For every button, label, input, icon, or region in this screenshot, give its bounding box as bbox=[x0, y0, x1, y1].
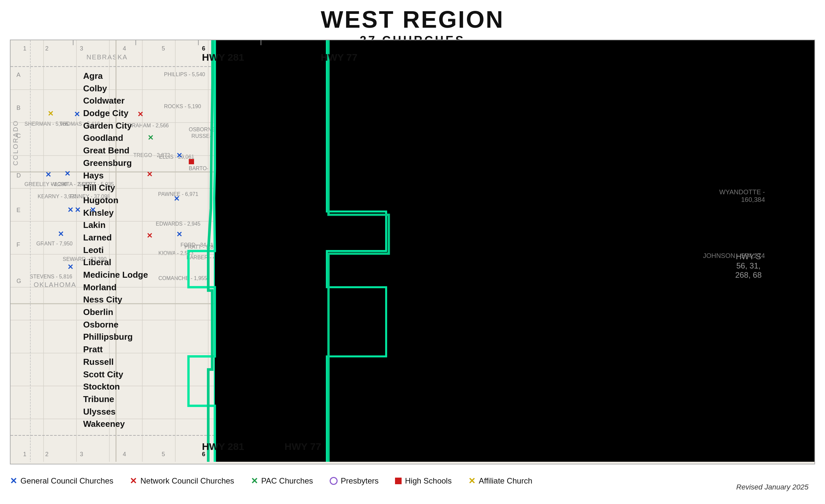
col-label-6: 6 bbox=[202, 45, 205, 52]
marker-green-osborne: ✕ bbox=[148, 134, 154, 140]
city-phillipsburg: Phillipsburg bbox=[83, 331, 148, 343]
county-rooks: ROOKS - 5,190 bbox=[164, 103, 201, 109]
row-label-c-right: C bbox=[804, 133, 809, 140]
hwy281-bot: HWY 281 bbox=[202, 441, 244, 452]
row-label-b-right: B bbox=[805, 104, 809, 111]
marker-blue-scott: ✕ bbox=[45, 171, 52, 177]
row-label-d: D bbox=[16, 172, 21, 179]
col-10: 10 bbox=[380, 45, 387, 52]
legend-pac-icon: ✕ bbox=[251, 476, 258, 486]
legend-gc: ✕ General Council Churches bbox=[10, 476, 113, 486]
legend-pac: ✕ PAC Churches bbox=[251, 476, 313, 486]
col-1-bot: 1 bbox=[23, 451, 26, 458]
marker-blue-great-bend: ✕ bbox=[173, 195, 180, 201]
row-label-d-right: D bbox=[804, 172, 809, 179]
col-11: 11 bbox=[426, 45, 433, 52]
legend-nc: ✕ Network Council Churches bbox=[130, 476, 234, 486]
col-13-bot: 13 bbox=[798, 452, 805, 459]
city-garden-city: Garden City bbox=[83, 120, 148, 132]
row-label-b: B bbox=[16, 104, 20, 111]
city-tribune: Tribune bbox=[83, 393, 148, 406]
legend-gc-icon: ✕ bbox=[10, 476, 17, 486]
row-label-a: A bbox=[16, 72, 20, 79]
city-medicine-lodge: Medicine Lodge bbox=[83, 269, 148, 281]
legend-hs-label: High Schools bbox=[405, 476, 451, 486]
main-title: WEST REGION bbox=[0, 6, 825, 33]
nebraska-label: NEBRASKA bbox=[86, 54, 128, 61]
hwy281-top: HWY 281 bbox=[202, 52, 244, 63]
col-3-bot: 3 bbox=[80, 451, 83, 458]
row-label-c: C bbox=[16, 133, 21, 140]
marker-blue-ulysses: ✕ bbox=[67, 263, 74, 269]
county-greeley: GREELEY - 1,290 bbox=[24, 181, 67, 187]
city-wakeeney: Wakeeney bbox=[83, 418, 148, 430]
city-ulysses: Ulysses bbox=[83, 406, 148, 418]
row-label-g: G bbox=[16, 278, 21, 285]
county-stevens: STEVENS - 5,816 bbox=[30, 274, 72, 280]
col-10-bot: 10 bbox=[380, 452, 387, 459]
city-leoti: Leoti bbox=[83, 244, 148, 257]
legend-nc-icon: ✕ bbox=[130, 476, 137, 486]
city-goodland: Goodland bbox=[83, 132, 148, 145]
marker-red-kinsley: ✕ bbox=[147, 170, 153, 177]
county-barton: BARTO- bbox=[189, 166, 209, 172]
city-colby: Colby bbox=[83, 82, 148, 95]
county-pratt: PRATT - 9,8- bbox=[184, 244, 215, 250]
marker-blue-liberal: ✕ bbox=[58, 230, 64, 237]
legend: ✕ General Council Churches ✕ Network Cou… bbox=[10, 468, 815, 494]
col-label-2: 2 bbox=[45, 45, 49, 52]
col-9: 9 bbox=[335, 45, 339, 52]
row-label-e: E bbox=[16, 207, 20, 214]
city-coldwater: Coldwater bbox=[83, 95, 148, 107]
marker-blue-garden: ✕ bbox=[67, 206, 74, 213]
wyandotte-label: WYANDOTTE -160,384 bbox=[719, 188, 765, 203]
col-7: 7 bbox=[255, 45, 258, 52]
city-hill-city: Hill City bbox=[83, 182, 148, 194]
city-oberlin: Oberlin bbox=[83, 306, 148, 319]
oklahoma-label: OKLAHOMA bbox=[34, 281, 76, 288]
marker-blue-pratt: ✕ bbox=[176, 230, 183, 237]
city-list: Agra Colby Coldwater Dodge City Garden C… bbox=[83, 70, 148, 430]
marker-red-square-hs bbox=[189, 159, 194, 164]
marker-blue-goodland: ✕ bbox=[74, 110, 80, 117]
city-greensburg: Greensburg bbox=[83, 157, 148, 170]
col-2-bot: 2 bbox=[45, 451, 49, 458]
marker-blue-leoti: ✕ bbox=[64, 170, 71, 176]
col-11-bot: 11 bbox=[426, 452, 433, 459]
col-8: 8 bbox=[298, 45, 301, 52]
row-label-e-right: E bbox=[805, 207, 809, 214]
legend-gc-label: General Council Churches bbox=[20, 476, 113, 486]
city-hays: Hays bbox=[83, 170, 148, 182]
legend-aff-label: Affiliate Church bbox=[479, 476, 532, 486]
col-label-4: 4 bbox=[123, 45, 126, 52]
legend-presb-label: Presbyters bbox=[341, 476, 379, 486]
legend-aff: ✕ Affiliate Church bbox=[468, 476, 532, 486]
county-osborne: OSBORNE - bbox=[189, 127, 218, 133]
city-lakin: Lakin bbox=[83, 219, 148, 232]
city-liberal: Liberal bbox=[83, 256, 148, 269]
col-7-bot: 7 bbox=[255, 452, 258, 459]
county-russell: RUSSE- bbox=[192, 133, 211, 139]
marker-blue-oberlin: ✕ bbox=[75, 206, 81, 213]
city-stockton: Stockton bbox=[83, 381, 148, 393]
colorado-label: COLORADO bbox=[12, 120, 19, 166]
hwy77-bot: HWY 77 bbox=[285, 441, 321, 452]
city-scott-city: Scott City bbox=[83, 368, 148, 381]
city-larned: Larned bbox=[83, 232, 148, 244]
county-barber: BARBER - 4,947 bbox=[186, 255, 226, 261]
city-ness-city: Ness City bbox=[83, 293, 148, 306]
legend-hs: High Schools bbox=[395, 476, 451, 486]
legend-presb-icon bbox=[330, 477, 338, 485]
legend-aff-icon: ✕ bbox=[468, 476, 475, 486]
city-hugoton: Hugoton bbox=[83, 194, 148, 207]
col-label-3: 3 bbox=[80, 45, 83, 52]
county-phillips: PHILLIPS - 5,540 bbox=[164, 72, 205, 78]
city-russell: Russell bbox=[83, 356, 148, 368]
county-grant: GRANT - 7,950 bbox=[36, 241, 73, 247]
city-agra: Agra bbox=[83, 70, 148, 82]
row-label-g-right: G bbox=[804, 278, 809, 285]
legend-nc-label: Network Council Churches bbox=[140, 476, 234, 486]
city-pratt: Pratt bbox=[83, 343, 148, 356]
marker-blue-russell: ✕ bbox=[176, 151, 183, 158]
legend-presb: Presbyters bbox=[330, 476, 379, 486]
